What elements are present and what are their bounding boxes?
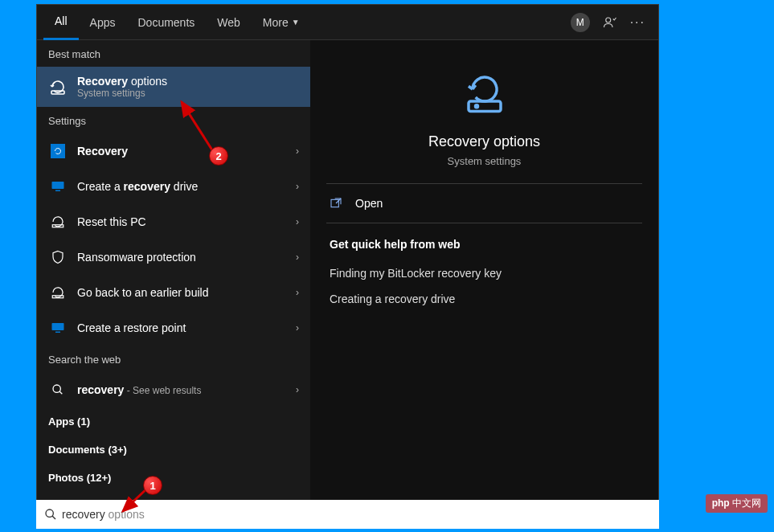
chevron-right-icon: › [296,216,299,227]
svg-point-0 [605,18,610,23]
svg-rect-10 [469,101,501,112]
result-create-recovery-drive[interactable]: Create a recovery drive › [37,169,310,204]
result-web-recovery[interactable]: recovery - See web results › [37,372,310,407]
svg-rect-7 [55,332,60,334]
tab-web[interactable]: Web [206,5,252,40]
svg-point-8 [53,385,60,392]
feedback-icon[interactable] [603,15,617,30]
open-icon [330,197,346,210]
tab-more[interactable]: More▼ [252,5,311,40]
chevron-right-icon: › [296,181,299,192]
result-preview-panel: Recovery options System settings Open Ge… [310,40,658,501]
result-reset-pc[interactable]: Reset this PC › [37,204,310,239]
svg-line-14 [52,516,55,519]
settings-icon [48,141,68,161]
tab-all[interactable]: All [43,5,79,40]
result-create-restore-point[interactable]: Create a restore point › [37,310,310,346]
search-tabs-bar: All Apps Documents Web More▼ M ··· [37,5,658,40]
svg-line-9 [59,391,62,394]
help-link-bitlocker[interactable]: Finding my BitLocker recovery key [326,260,642,286]
search-icon [48,380,68,399]
svg-rect-2 [52,182,64,189]
rollback-icon [48,283,68,302]
result-ransomware-protection[interactable]: Ransomware protection › [37,239,310,275]
tab-apps[interactable]: Apps [79,5,127,40]
category-documents[interactable]: Documents (3+) [37,436,310,464]
open-action[interactable]: Open [326,184,642,223]
search-icon [44,508,57,521]
preview-title: Recovery options [326,133,642,150]
annotation-marker-2: 2 [209,146,228,166]
best-match-label: Best match [37,40,310,67]
category-apps[interactable]: Apps (1) [37,407,310,436]
svg-point-13 [46,509,53,517]
chevron-right-icon: › [296,252,299,263]
preview-subtitle: System settings [326,155,642,167]
windows-search-panel: All Apps Documents Web More▼ M ··· Best … [36,4,659,502]
chevron-down-icon: ▼ [292,18,300,27]
monitor-icon [48,177,68,196]
chevron-right-icon: › [296,384,299,395]
recovery-icon [48,77,68,96]
more-options-icon[interactable]: ··· [630,15,645,30]
shield-icon [48,248,68,267]
svg-line-16 [182,102,215,155]
svg-rect-3 [55,190,60,192]
recovery-large-icon [461,69,509,117]
quick-help-title: Get quick help from web [326,223,642,260]
chevron-right-icon: › [296,322,299,334]
svg-rect-6 [52,323,64,330]
chevron-right-icon: › [296,145,299,157]
svg-point-11 [475,105,477,108]
help-link-recovery-drive[interactable]: Creating a recovery drive [326,286,642,312]
chevron-right-icon: › [296,287,299,298]
reset-icon [48,212,68,231]
tab-documents[interactable]: Documents [126,5,206,40]
svg-rect-12 [331,199,338,207]
result-go-back-earlier-build[interactable]: Go back to an earlier build › [37,275,310,310]
annotation-marker-1: 1 [143,476,162,495]
watermark: php php中文网中文网 [706,494,768,513]
category-photos[interactable]: Photos (12+) [37,464,310,492]
search-web-label: Search the web [37,346,310,372]
monitor-icon [48,318,68,338]
user-avatar[interactable]: M [571,13,590,32]
